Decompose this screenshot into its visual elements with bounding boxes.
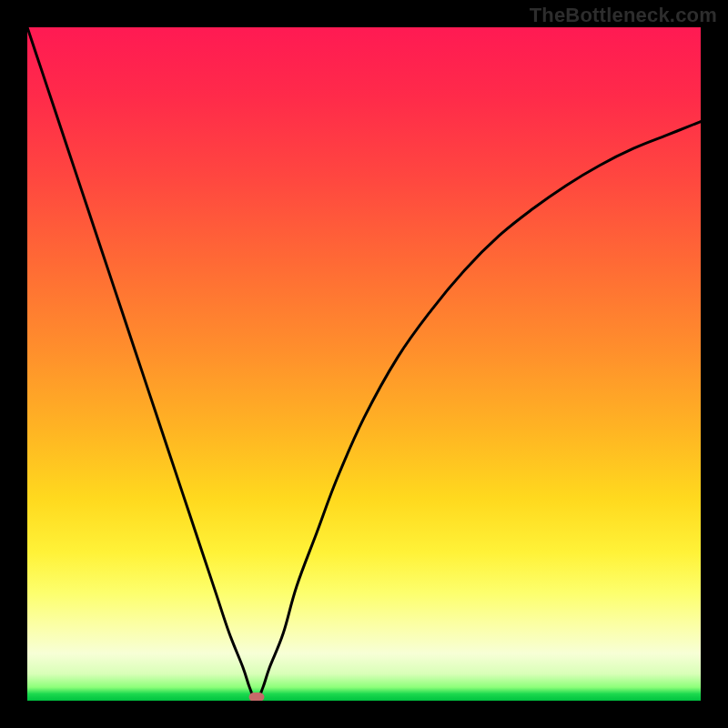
bottleneck-curve: [27, 27, 701, 701]
plot-area: [27, 27, 701, 701]
chart-frame: TheBottleneck.com: [0, 0, 728, 728]
minimum-marker: [248, 693, 264, 701]
curve-path: [27, 27, 701, 701]
watermark-text: TheBottleneck.com: [530, 4, 717, 27]
